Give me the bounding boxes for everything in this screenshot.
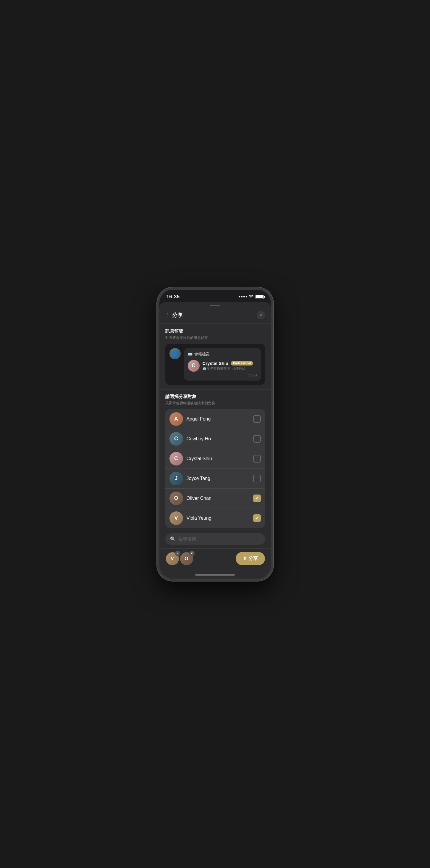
- person-avatar: C: [169, 432, 183, 446]
- person-checkbox[interactable]: ✓: [253, 475, 261, 483]
- selected-avatars: V × O ×: [165, 552, 191, 566]
- person-checkbox[interactable]: ✓: [253, 514, 261, 522]
- person-avatar: V: [169, 512, 183, 525]
- profile-row: C Crystal Shiu Professional 🏢 地產及物業管理 · …: [188, 360, 257, 372]
- person-name: Joyce Tang: [187, 476, 250, 481]
- list-item[interactable]: V Viola Yeung ✓: [165, 508, 265, 528]
- person-avatar: O: [169, 492, 183, 505]
- share-btn-icon: ⇧: [243, 556, 246, 561]
- preview-bubble: 👤 🪪 會籍檔案 C Crystal Shiu: [165, 344, 265, 385]
- person-checkbox[interactable]: ✓: [253, 495, 261, 502]
- header-title: 分享: [172, 312, 183, 319]
- preview-title: 訊息預覽: [165, 329, 265, 334]
- person-name: Viola Yeung: [187, 516, 250, 521]
- selected-viola: V ×: [165, 552, 179, 566]
- person-avatar: A: [169, 412, 183, 426]
- status-icons: [239, 294, 264, 299]
- sheet-header: ⇧ 分享 ×: [159, 306, 271, 324]
- profile-avatar: C: [188, 360, 200, 372]
- signal-icon: [239, 296, 247, 298]
- list-item[interactable]: O Oliver Chan ✓: [165, 489, 265, 508]
- person-checkbox[interactable]: ✓: [253, 455, 261, 463]
- search-input[interactable]: 搜尋名稱...: [178, 536, 200, 542]
- search-bar[interactable]: 🔍 搜尋名稱...: [165, 533, 265, 545]
- share-button[interactable]: ⇧ 分享: [236, 552, 265, 565]
- card-type-label: 會籍檔案: [194, 351, 210, 357]
- selected-oliver: O ×: [179, 552, 194, 566]
- preview-section: 訊息預覽 對方將會接收到的訊息預覽 👤 🪪 會籍檔案 C: [159, 324, 271, 390]
- person-avatar: J: [169, 472, 183, 485]
- list-item[interactable]: J Joyce Tang ✓: [165, 469, 265, 489]
- id-card-icon: 🪪: [188, 352, 193, 356]
- preview-subtitle: 對方將會接收到的訊息預覽: [165, 335, 265, 340]
- status-time: 16:35: [166, 294, 180, 300]
- header-left: ⇧ 分享: [165, 312, 183, 319]
- battery-icon: [256, 295, 264, 299]
- bottom-bar: V × O × ⇧ 分享: [159, 548, 271, 572]
- profile-detail: 🏢 地產及物業管理 · 地產經紀: [203, 366, 257, 371]
- home-indicator: [195, 574, 235, 576]
- wifi-icon: [249, 294, 254, 299]
- person-checkbox[interactable]: ✓: [253, 435, 261, 443]
- person-avatar: C: [169, 452, 183, 466]
- person-name: Oliver Chan: [187, 496, 250, 501]
- message-card: 🪪 會籍檔案 C Crystal Shiu Professional: [184, 348, 261, 380]
- people-section: 請選擇分享對象 只顯示曾聯絡過或追蹤中的會員 A Angel Fong ✓ C …: [159, 390, 271, 530]
- sender-avatar: 👤: [169, 348, 181, 359]
- card-header-row: 🪪 會籍檔案: [188, 351, 257, 357]
- person-name: Crystal Shiu: [187, 456, 250, 461]
- close-button[interactable]: ×: [257, 311, 265, 319]
- list-item[interactable]: C Cowboy Ho ✓: [165, 429, 265, 449]
- people-title: 請選擇分享對象: [165, 394, 265, 400]
- person-name: Cowboy Ho: [187, 436, 250, 441]
- share-btn-label: 分享: [249, 556, 258, 562]
- profile-name: Crystal Shiu Professional: [203, 361, 257, 366]
- person-name: Angel Fong: [187, 416, 250, 422]
- list-item[interactable]: C Crystal Shiu ✓: [165, 449, 265, 469]
- search-icon: 🔍: [170, 536, 176, 542]
- person-checkbox[interactable]: ✓: [253, 415, 261, 423]
- share-sheet: ⇧ 分享 × 訊息預覽 對方將會接收到的訊息預覽 👤 🪪: [159, 302, 271, 579]
- share-icon: ⇧: [165, 312, 170, 318]
- people-subtitle: 只顯示曾聯絡過或追蹤中的會員: [165, 401, 265, 406]
- people-list: A Angel Fong ✓ C Cowboy Ho ✓ C Crystal S…: [165, 409, 265, 528]
- list-item[interactable]: A Angel Fong ✓: [165, 409, 265, 429]
- remove-oliver[interactable]: ×: [189, 551, 195, 556]
- message-time: 16:34: [188, 373, 257, 377]
- status-bar: 16:35: [159, 290, 271, 302]
- search-section: 🔍 搜尋名稱...: [159, 530, 271, 548]
- phone-shell: 16:35 ⇧ 分享: [157, 287, 273, 581]
- profile-info: Crystal Shiu Professional 🏢 地產及物業管理 · 地產…: [203, 361, 257, 371]
- pro-badge: Professional: [231, 361, 253, 366]
